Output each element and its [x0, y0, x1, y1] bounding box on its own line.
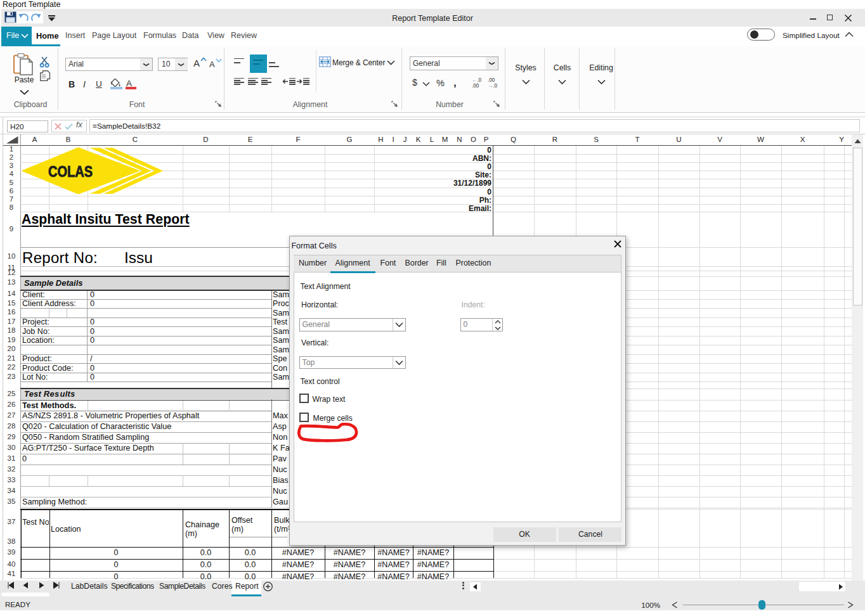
- svg-text:COLAS: COLAS: [48, 163, 93, 180]
